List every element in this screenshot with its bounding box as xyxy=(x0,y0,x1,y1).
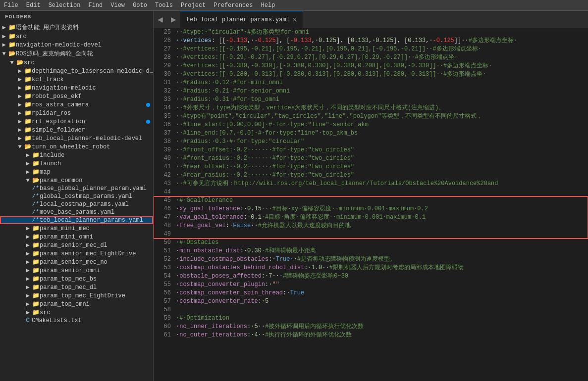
sidebar-item-label: map xyxy=(40,169,153,176)
line-content: ··#rear_rasius:··0.2·······#for·type:"tw… xyxy=(176,171,588,180)
sidebar-item-cmakelists[interactable]: C CMakeLists.txt xyxy=(0,317,153,325)
sidebar-item-src1[interactable]: ▼ 📂 src xyxy=(0,58,153,67)
sidebar-item-local-costmap[interactable]: /* local_costmap_params.yaml xyxy=(0,200,153,208)
sidebar-item-nav-melodic2[interactable]: ▶ 📁 navigation-melodic xyxy=(0,84,153,92)
sidebar-item-launch[interactable]: ▶ 📁 launch xyxy=(0,159,153,168)
sidebar-item-src0[interactable]: ▶ 📁 src xyxy=(0,32,153,41)
code-line-46: 46 ·xy_goal_tolerance:·0.15···#目标·xy·偏移容… xyxy=(154,205,588,213)
dot-badge xyxy=(146,120,150,124)
menu-view[interactable]: View xyxy=(107,1,129,10)
arrow-icon: ▶ xyxy=(24,267,32,274)
menubar: File Edit Selection Find View Goto Tools… xyxy=(0,0,588,11)
line-content: ·no_inner_iterations:·5··#被外循环调用后内循环执行优化… xyxy=(176,323,588,331)
sidebar-item-param-common[interactable]: ▼ 📂 param_common xyxy=(0,176,153,185)
sidebar-item-label: navigation-melodic-devel xyxy=(16,42,153,48)
sidebar-item-param-top-mec-dl[interactable]: ▶ 📁 param_top_mec_dl xyxy=(0,283,153,291)
code-line-39: 39 ··#front_offset:·0.2·······#for·type:… xyxy=(154,146,588,154)
sidebar-item-ros-astra[interactable]: ▶ 📁 ros_astra_camera xyxy=(0,100,153,109)
tab-nav-left[interactable]: ◀ xyxy=(154,11,167,28)
folder-icon: 📁 xyxy=(32,267,40,274)
menu-preferences[interactable]: Preferences xyxy=(210,1,257,10)
code-editor[interactable]: 25 ··#type:·"circular"·#多边形类型for·omni 26… xyxy=(154,28,588,381)
tab-nav-right[interactable]: ▶ xyxy=(167,11,180,28)
folder-icon: 📁 xyxy=(32,151,40,159)
menu-file[interactable]: File xyxy=(0,1,22,10)
sidebar-item-param-senior-mec-no[interactable]: ▶ 📁 param_senior_mec_no xyxy=(0,258,153,266)
sidebar-item-turn-on[interactable]: ▼ 📂 turn_on_wheeltec_robot xyxy=(0,143,153,151)
sidebar-item-simple-follower[interactable]: ▶ 📁 simple_follower xyxy=(0,126,153,134)
arrow-icon: ▶ xyxy=(0,24,8,31)
sidebar-item-rplidar[interactable]: ▶ 📁 rplidar_ros xyxy=(0,109,153,117)
sidebar-item-nav-melodic[interactable]: ▶ 📁 navigation-melodic-devel xyxy=(0,41,153,49)
sidebar-item-move-base[interactable]: /* move_base_params.yaml xyxy=(0,208,153,216)
sidebar-item-include[interactable]: ▶ 📁 include xyxy=(0,151,153,159)
line-number: 31 xyxy=(154,79,176,87)
arrow-icon: ▶ xyxy=(24,258,32,266)
sidebar-item-robot-pose[interactable]: ▶ 📁 robot_pose_ekf xyxy=(0,92,153,100)
editor-tab-teb-local-planner[interactable]: teb_local_planner_params.yaml ✕ xyxy=(180,11,303,28)
menu-selection[interactable]: Selection xyxy=(45,1,85,10)
line-number: 27 xyxy=(154,45,176,53)
sidebar-item-label: param_mini_mec xyxy=(40,225,153,232)
menu-find[interactable]: Find xyxy=(84,1,107,10)
sidebar-item-src2[interactable]: ▶ 📁 src xyxy=(0,308,153,317)
sidebar-item-yuyin[interactable]: ▶ 📁 语音功能_用户开发资料 xyxy=(0,23,153,32)
menu-help[interactable]: Help xyxy=(257,1,279,10)
code-line-52: 52 ·include_costmap_obstacles:·True··#是否… xyxy=(154,255,588,264)
sidebar-item-param-top-mec-eight[interactable]: ▶ 📁 param_top_mec_EightDrive xyxy=(0,291,153,300)
sidebar-item-teb-local[interactable]: ▶ 📁 teb_local_planner-melodic-devel xyxy=(0,134,153,143)
sidebar-item-base-global[interactable]: /* base_global_planner_param.yaml xyxy=(0,185,153,192)
sidebar-item-teb-local-params[interactable]: /* teb_local_planner_params.yaml xyxy=(0,216,153,224)
line-number: 45 xyxy=(154,196,176,205)
arrow-icon: ▶ xyxy=(16,135,24,142)
menu-goto[interactable]: Goto xyxy=(129,1,151,10)
sidebar-item-global-costmap[interactable]: /* global_costmap_params.yaml xyxy=(0,192,153,200)
folder-icon: 📁 xyxy=(24,67,32,75)
line-number: 36 xyxy=(154,121,176,129)
folder-icon: 📁 xyxy=(32,250,40,257)
sidebar-item-param-top-omni[interactable]: ▶ 📁 param_top_omni xyxy=(0,300,153,308)
sidebar[interactable]: FOLDERS ▶ 📁 语音功能_用户开发资料 ▶ 📁 src ▶ 📁 navi… xyxy=(0,11,154,381)
sidebar-item-rrt[interactable]: ▶ 📁 rrt_exploration xyxy=(0,117,153,126)
line-content: ·#·Optimization xyxy=(176,314,588,323)
sidebar-item-param-senior-mec-eight[interactable]: ▶ 📁 param_senior_mec_EightDrive xyxy=(0,249,153,258)
line-number: 32 xyxy=(154,87,176,95)
folder-icon: 📁 xyxy=(24,135,32,142)
sidebar-item-param-senior-omni[interactable]: ▶ 📁 param_senior_omni xyxy=(0,266,153,275)
sidebar-item-map[interactable]: ▶ 📁 map xyxy=(0,168,153,176)
sidebar-item-param-mini-omni[interactable]: ▶ 📁 param_mini_omni xyxy=(0,233,153,241)
line-content: ··#radius:·0.3·#·for·type:"circular" xyxy=(176,138,588,146)
line-number: 48 xyxy=(154,222,176,230)
menu-tools[interactable]: Tools xyxy=(151,1,177,10)
line-content: ·yaw_goal_tolerance:·0.1·#目标·角度·偏移容忍度··m… xyxy=(176,213,588,222)
sidebar-item-label: param_senior_mec_no xyxy=(40,259,153,266)
sidebar-item-param-top-mec-bs[interactable]: ▶ 📁 param_top_mec_bs xyxy=(0,275,153,283)
code-line-60: 60 ·no_inner_iterations:·5··#被外循环调用后内循环执… xyxy=(154,323,588,331)
code-line-38: 38 ··#radius:·0.3·#·for·type:"circular" xyxy=(154,138,588,146)
folder-icon: 📂 xyxy=(32,177,40,184)
sidebar-item-kcf[interactable]: ▶ 📁 kcf_track xyxy=(0,75,153,84)
arrow-icon: ▶ xyxy=(24,151,32,159)
folder-icon: 📁 xyxy=(32,225,40,232)
folder-icon: 📂 xyxy=(8,50,16,57)
sidebar-item-ros-src[interactable]: ▼ 📂 ROS源码_麦克纳姆轮_全向轮 xyxy=(0,49,153,58)
sidebar-item-param-senior-mec-dl[interactable]: ▶ 📁 param_senior_mec_dl xyxy=(0,241,153,249)
main-layout: FOLDERS ▶ 📁 语音功能_用户开发资料 ▶ 📁 src ▶ 📁 navi… xyxy=(0,11,588,381)
arrow-icon: ▶ xyxy=(16,126,24,134)
folder-icon: 📁 xyxy=(32,168,40,176)
line-number: 38 xyxy=(154,138,176,146)
folder-icon: 📁 xyxy=(24,101,32,108)
code-line-56: 56 ·costmap_converter_spin_thread:·True xyxy=(154,289,588,297)
folder-icon: 📁 xyxy=(32,258,40,266)
code-line-42: 42 ··#rear_rasius:··0.2·······#for·type:… xyxy=(154,171,588,180)
line-content: ·#·GoalTolerance xyxy=(176,196,588,205)
tab-close-button[interactable]: ✕ xyxy=(293,15,297,24)
folder-icon: 📁 xyxy=(32,309,40,316)
code-line-43: 43 ··#可参见官方说明：http://wiki.ros.org/teb_lo… xyxy=(154,180,588,188)
menu-project[interactable]: Project xyxy=(177,1,210,10)
sidebar-item-depthimage[interactable]: ▶ 📁 depthimage_to_laserscan-melodic-deve… xyxy=(0,67,153,75)
line-content: ·free_goal_vel:·False··#允许机器人以最大速度驶向目的地 xyxy=(176,222,588,230)
sidebar-item-param-mini-mec[interactable]: ▶ 📁 param_mini_mec xyxy=(0,224,153,233)
line-content: ··#radius:·0.21·#for·senior_omni xyxy=(176,87,588,95)
menu-edit[interactable]: Edit xyxy=(22,1,45,10)
